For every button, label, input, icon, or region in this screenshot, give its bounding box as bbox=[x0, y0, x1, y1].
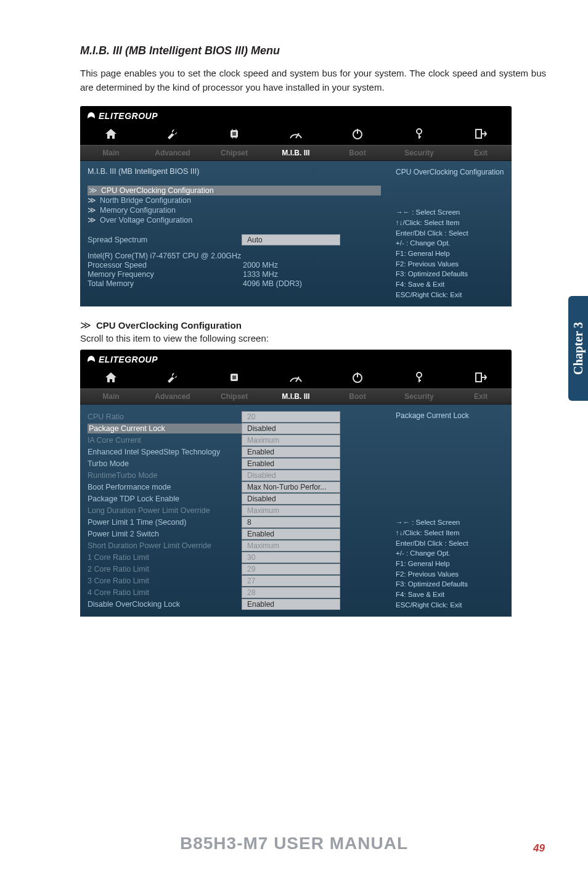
bios-screenshot-1: ELITEGROUP Main Advanced Chipset M.I.B. … bbox=[80, 106, 512, 306]
tab-exit[interactable]: Exit bbox=[450, 389, 512, 404]
config-row[interactable]: Long Duration Power Limit OverrideMaximu… bbox=[88, 505, 381, 516]
row-value[interactable]: Enabled bbox=[242, 599, 340, 610]
row-label: Long Duration Power Limit Override bbox=[88, 506, 242, 515]
config-row[interactable]: 2 Core Ratio Limit29 bbox=[88, 564, 381, 575]
row-label: 3 Core Ratio Limit bbox=[88, 577, 242, 585]
tab-main[interactable]: Main bbox=[80, 389, 142, 404]
config-row[interactable]: RuntimeTurbo ModeDisabled bbox=[88, 470, 381, 481]
key-icon bbox=[413, 128, 425, 140]
tab-advanced[interactable]: Advanced bbox=[142, 146, 203, 160]
row-value[interactable]: 30 bbox=[242, 552, 340, 563]
row-label: Power Limit 1 Time (Second) bbox=[88, 518, 242, 527]
config-row[interactable]: 4 Core Ratio Limit28 bbox=[88, 587, 381, 598]
row-value[interactable]: 27 bbox=[242, 575, 340, 586]
subsection-desc: Scroll to this item to view the followin… bbox=[80, 333, 546, 343]
svg-rect-14 bbox=[232, 376, 236, 379]
config-row[interactable]: CPU Ratio20 bbox=[88, 411, 381, 422]
row-value[interactable]: Maximum bbox=[242, 505, 340, 516]
row-value[interactable]: Disabled bbox=[242, 470, 340, 481]
config-row[interactable]: Power Limit 1 Time (Second)8 bbox=[88, 517, 381, 528]
tab-exit[interactable]: Exit bbox=[450, 146, 512, 160]
row-label: RuntimeTurbo Mode bbox=[88, 471, 242, 480]
row-label: Processor Speed bbox=[88, 261, 242, 269]
row-value[interactable]: Max Non-Turbo Perfor... bbox=[242, 482, 340, 493]
row-value[interactable]: Maximum bbox=[242, 540, 340, 551]
tab-icon-row bbox=[80, 123, 512, 145]
menu-label: Memory Configuration bbox=[100, 206, 176, 215]
row-label: IA Core Current bbox=[88, 436, 242, 445]
row-spread-spectrum[interactable]: Spread Spectrum Auto bbox=[88, 234, 381, 245]
cpu-model-text: Intel(R) Core(TM) i7-4765T CPU @ 2.00GHz bbox=[88, 252, 241, 260]
brand-text: ELITEGROUP bbox=[99, 111, 158, 121]
menu-label: CPU OverClocking Configuration bbox=[101, 186, 214, 195]
footer-title: B85H3-M7 USER MANUAL bbox=[0, 834, 588, 853]
row-value[interactable]: Auto bbox=[242, 234, 340, 245]
config-row[interactable]: Power Limit 2 SwitchEnabled bbox=[88, 528, 381, 540]
row-label: Package TDP Lock Enable bbox=[88, 495, 242, 503]
exit-icon bbox=[474, 128, 488, 140]
brand-logo-icon bbox=[86, 355, 96, 365]
power-icon bbox=[351, 371, 364, 384]
config-row[interactable]: Turbo ModeEnabled bbox=[88, 458, 381, 469]
config-row[interactable]: IA Core CurrentMaximum bbox=[88, 435, 381, 446]
config-row[interactable]: 1 Core Ratio Limit30 bbox=[88, 552, 381, 563]
page-number: 49 bbox=[533, 842, 545, 855]
config-row[interactable]: 3 Core Ratio Limit27 bbox=[88, 575, 381, 586]
menu-label: North Bridge Configuration bbox=[100, 196, 191, 205]
bios-tab-row: Main Advanced Chipset M.I.B. III Boot Se… bbox=[80, 388, 512, 405]
help-description: Package Current Lock bbox=[396, 411, 504, 421]
tab-mib[interactable]: M.I.B. III bbox=[265, 146, 327, 160]
row-value[interactable]: Enabled bbox=[242, 446, 340, 458]
chip-icon bbox=[227, 371, 241, 384]
row-value[interactable]: Enabled bbox=[242, 458, 340, 469]
menu-label: Over Voltage Configuration bbox=[100, 216, 192, 224]
menu-over-voltage[interactable]: ≫ Over Voltage Configuration bbox=[88, 215, 381, 225]
config-row[interactable]: Short Duration Power Limit OverrideMaxim… bbox=[88, 540, 381, 551]
row-value: 1333 MHz bbox=[242, 270, 278, 279]
row-value[interactable]: 29 bbox=[242, 564, 340, 575]
intro-paragraph: This page enables you to set the clock s… bbox=[80, 66, 546, 95]
row-value[interactable]: Enabled bbox=[242, 528, 340, 540]
tab-chipset[interactable]: Chipset bbox=[203, 389, 265, 404]
row-value[interactable]: Disabled bbox=[242, 423, 340, 434]
row-value[interactable]: 28 bbox=[242, 587, 340, 598]
tab-advanced[interactable]: Advanced bbox=[142, 389, 203, 404]
bios-screenshot-2: ELITEGROUP Main Advanced Chipset M.I.B. … bbox=[80, 350, 512, 617]
config-row[interactable]: Disable OverClocking LockEnabled bbox=[88, 599, 381, 610]
svg-rect-12 bbox=[476, 129, 481, 138]
tab-mib[interactable]: M.I.B. III bbox=[265, 389, 327, 404]
row-value[interactable]: Maximum bbox=[242, 435, 340, 446]
chevron-right-icon: ≫ bbox=[88, 206, 96, 214]
tab-security[interactable]: Security bbox=[388, 146, 450, 160]
row-value[interactable]: 20 bbox=[242, 411, 340, 422]
menu-memory-config[interactable]: ≫ Memory Configuration bbox=[88, 205, 381, 215]
config-row[interactable]: Package TDP Lock EnableDisabled bbox=[88, 493, 381, 504]
chip-icon bbox=[227, 128, 241, 140]
row-label: Memory Frequency bbox=[88, 270, 242, 279]
row-total-memory: Total Memory 4096 MB (DDR3) bbox=[88, 279, 381, 288]
svg-point-9 bbox=[417, 129, 422, 134]
row-label: Power Limit 2 Switch bbox=[88, 530, 242, 538]
config-row[interactable]: Boot Performance modeMax Non-Turbo Perfo… bbox=[88, 482, 381, 493]
row-label: Spread Spectrum bbox=[88, 236, 242, 244]
tab-chipset[interactable]: Chipset bbox=[203, 146, 265, 160]
row-label: 1 Core Ratio Limit bbox=[88, 553, 242, 562]
chevron-right-icon: ≫ bbox=[88, 196, 96, 204]
tab-boot[interactable]: Boot bbox=[327, 389, 388, 404]
row-value: 4096 MB (DDR3) bbox=[242, 279, 302, 288]
section-heading: M.I.B. III (MB Intelligent BIOS III) Men… bbox=[80, 44, 546, 57]
config-row[interactable]: Enhanced Intel SpeedStep TechnologyEnabl… bbox=[88, 446, 381, 458]
row-label: Disable OverClocking Lock bbox=[88, 600, 242, 609]
tab-boot[interactable]: Boot bbox=[327, 146, 388, 160]
menu-cpu-overclocking[interactable]: ≫ CPU OverClocking Configuration bbox=[88, 186, 381, 195]
menu-north-bridge[interactable]: ≫ North Bridge Configuration bbox=[88, 195, 381, 205]
row-label: Package Current Lock bbox=[88, 424, 242, 433]
tab-main[interactable]: Main bbox=[80, 146, 142, 160]
brand-logo-icon bbox=[86, 111, 96, 121]
row-value[interactable]: Disabled bbox=[242, 493, 340, 504]
config-row[interactable]: Package Current LockDisabled bbox=[88, 423, 381, 434]
row-value[interactable]: 8 bbox=[242, 517, 340, 528]
tab-security[interactable]: Security bbox=[388, 389, 450, 404]
row-label: Enhanced Intel SpeedStep Technology bbox=[88, 448, 242, 456]
home-icon bbox=[104, 128, 118, 140]
